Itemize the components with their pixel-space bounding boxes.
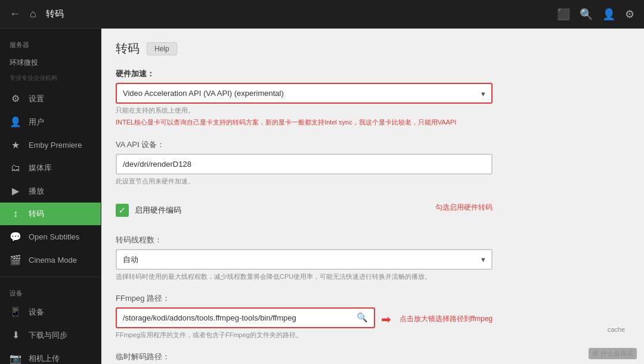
sidebar-item-users[interactable]: 👤 用户: [0, 110, 101, 133]
sidebar-camera-label: 相机上传: [29, 353, 60, 364]
page-title: 转码: [116, 41, 140, 57]
settings-sidebar-icon: ⚙: [10, 93, 21, 104]
subtitles-sidebar-icon: 💬: [10, 231, 21, 242]
sidebar-item-cinema[interactable]: 🎬 Cinema Mode: [0, 248, 101, 272]
sidebar-playback-label: 播放: [29, 186, 44, 197]
enable-hw-row: ✓ 启用硬件编码 勾选启用硬件转码: [116, 198, 493, 223]
ffmpeg-input-wrapper: 🔍: [116, 307, 375, 328]
server-name-text: 环球微投: [10, 58, 38, 68]
library-sidebar-icon: 🗂: [10, 163, 21, 173]
enable-hw-label: 启用硬件编码: [135, 205, 181, 216]
vaapi-input-wrapper: [116, 154, 493, 175]
sidebar-transcode-label: 转码: [29, 209, 44, 219]
cast-icon[interactable]: ⬛: [557, 8, 570, 21]
top-bar: ← ⌂ 转码 ⬛ 🔍 👤 ⚙: [0, 0, 644, 29]
temp-path-section: 临时解码路径： 🔍 此文件夹包含用于运行中的工作交流，请自定义路径，确保当您使用…: [116, 351, 493, 365]
help-button[interactable]: Help: [147, 42, 177, 55]
users-sidebar-icon: 👤: [10, 116, 21, 127]
intel-annotation: INTEL核心显卡可以查询自己显卡支持的转码方案，新的显卡一般都支持Intel …: [116, 117, 493, 127]
enable-hw-checkbox-row: ✓ 启用硬件编码: [116, 204, 425, 217]
top-bar-title: 转码: [46, 8, 64, 20]
premiere-sidebar-icon: ★: [10, 139, 21, 151]
vaapi-section: VA API 设备： 此设置节点用来硬件加速。: [116, 139, 493, 186]
transcode-sidebar-icon: ↕: [10, 209, 21, 219]
sidebar-devices-label: 设备: [29, 307, 44, 318]
sidebar-users-label: 用户: [29, 117, 44, 127]
temp-path-label: 临时解码路径：: [116, 351, 493, 362]
sidebar-sync-label: 下载与同步: [29, 330, 67, 341]
devices-sidebar-icon: 📱: [10, 306, 21, 318]
server-label: 服务器: [0, 33, 101, 52]
hardware-accel-hint: 只能在支持的系统上使用。: [116, 106, 493, 115]
playback-sidebar-icon: ▶: [10, 185, 21, 197]
vaapi-label: VA API 设备：: [116, 139, 493, 150]
ffmpeg-search-icon[interactable]: 🔍: [357, 312, 368, 323]
threads-hint: 选择转码时使用的最大线程程数，减少线程数量将会降低CPU使用率，可能无法快速进行…: [116, 272, 493, 281]
hardware-accel-select-wrapper: Video Acceleration API (VA API) (experim…: [116, 83, 493, 104]
device-section-label: 设备: [0, 282, 101, 300]
main-layout: 服务器 环球微投 专业专业企业机构 ⚙ 设置 👤 用户 ★ Emby Premi…: [0, 29, 644, 364]
sidebar-item-devices[interactable]: 📱 设备: [0, 300, 101, 323]
ffmpeg-annotation: 点击放大镜选择路径到ffmpeg: [400, 314, 493, 324]
sidebar-item-library[interactable]: 🗂 媒体库: [0, 157, 101, 179]
watermark: 值 什么值得买: [589, 348, 637, 359]
checkmark-icon: ✓: [119, 206, 126, 215]
search-icon[interactable]: 🔍: [580, 8, 593, 21]
ffmpeg-section: FFmpeg 路径： 🔍 FFmpeg应用程序的文件，或者包含子FFmpeg的文…: [116, 293, 493, 340]
server-name-item: 环球微投: [0, 52, 101, 74]
sidebar-library-label: 媒体库: [29, 163, 52, 173]
hardware-accel-row: Video Acceleration API (VA API) (experim…: [116, 83, 493, 115]
page-title-row: 转码 Help: [116, 41, 493, 57]
enable-hw-annotation: 勾选启用硬件转码: [435, 203, 493, 213]
ffmpeg-annotation-col: ➡ 点击放大镜选择路径到ffmpeg: [381, 307, 493, 326]
threads-select[interactable]: 自动: [117, 250, 491, 269]
threads-select-wrapper: 自动 ▾: [116, 249, 493, 270]
watermark-text: 值 什么值得买: [592, 350, 633, 357]
sidebar-item-settings[interactable]: ⚙ 设置: [0, 87, 101, 110]
vaapi-input[interactable]: [117, 155, 491, 173]
user-icon[interactable]: 👤: [602, 8, 615, 21]
enable-hw-annotation-col: 勾选启用硬件转码: [431, 198, 493, 213]
sidebar-item-sync[interactable]: ⬇ 下载与同步: [0, 323, 101, 347]
top-bar-left: ← ⌂ 转码: [10, 8, 64, 20]
sidebar-cinema-label: Cinema Mode: [29, 256, 77, 265]
sidebar-item-subtitles[interactable]: 💬 Open Subtitles: [0, 225, 101, 248]
content-area: 转码 Help 硬件加速： Video Acceleration API (VA…: [101, 29, 644, 364]
hardware-accel-field-col: Video Acceleration API (VA API) (experim…: [116, 83, 493, 115]
enable-hw-checkbox[interactable]: ✓: [116, 204, 129, 217]
sidebar-settings-label: 设置: [29, 94, 44, 104]
back-icon[interactable]: ←: [10, 8, 20, 20]
vaapi-hint: 此设置节点用来硬件加速。: [116, 177, 493, 186]
top-bar-right: ⬛ 🔍 👤 ⚙: [557, 8, 634, 21]
threads-section: 转码线程数： 自动 ▾ 选择转码时使用的最大线程程数，减少线程数量将会降低CPU…: [116, 235, 493, 281]
hardware-accel-section: 硬件加速： Video Acceleration API (VA API) (e…: [116, 69, 493, 127]
sidebar-divider-1: [0, 276, 101, 277]
ffmpeg-label: FFmpeg 路径：: [116, 293, 493, 304]
content-inner: 转码 Help 硬件加速： Video Acceleration API (VA…: [101, 29, 507, 364]
sidebar-item-premiere[interactable]: ★ Emby Premiere: [0, 133, 101, 157]
sidebar: 服务器 环球微投 专业专业企业机构 ⚙ 设置 👤 用户 ★ Emby Premi…: [0, 29, 101, 364]
hardware-accel-select[interactable]: Video Acceleration API (VA API) (experim…: [117, 84, 491, 102]
sidebar-premiere-label: Emby Premiere: [29, 141, 82, 150]
ffmpeg-field-col: 🔍 FFmpeg应用程序的文件，或者包含子FFmpeg的文件夹的路径。: [116, 307, 375, 340]
settings-icon[interactable]: ⚙: [625, 8, 634, 21]
server-sub: 专业专业企业机构: [0, 74, 101, 87]
hardware-accel-label: 硬件加速：: [116, 69, 493, 79]
camera-sidebar-icon: 📷: [10, 353, 21, 364]
sidebar-item-playback[interactable]: ▶ 播放: [0, 179, 101, 203]
ffmpeg-row: 🔍 FFmpeg应用程序的文件，或者包含子FFmpeg的文件夹的路径。 ➡ 点击…: [116, 307, 493, 340]
cinema-sidebar-icon: 🎬: [10, 254, 21, 266]
sync-sidebar-icon: ⬇: [10, 329, 21, 341]
arrow-right-icon: ➡: [381, 312, 391, 326]
sidebar-item-transcode[interactable]: ↕ 转码: [0, 203, 101, 225]
cache-text: cache: [608, 326, 625, 333]
cache-label: cache: [608, 326, 625, 333]
enable-hw-field-col: ✓ 启用硬件编码: [116, 198, 425, 223]
sidebar-item-camera[interactable]: 📷 相机上传: [0, 347, 101, 364]
ffmpeg-hint: FFmpeg应用程序的文件，或者包含子FFmpeg的文件夹的路径。: [116, 331, 375, 340]
home-icon[interactable]: ⌂: [30, 8, 36, 20]
sidebar-subtitles-label: Open Subtitles: [29, 232, 79, 241]
ffmpeg-input[interactable]: [117, 309, 374, 327]
enable-hw-section: ✓ 启用硬件编码 勾选启用硬件转码: [116, 198, 493, 223]
threads-label: 转码线程数：: [116, 235, 493, 245]
